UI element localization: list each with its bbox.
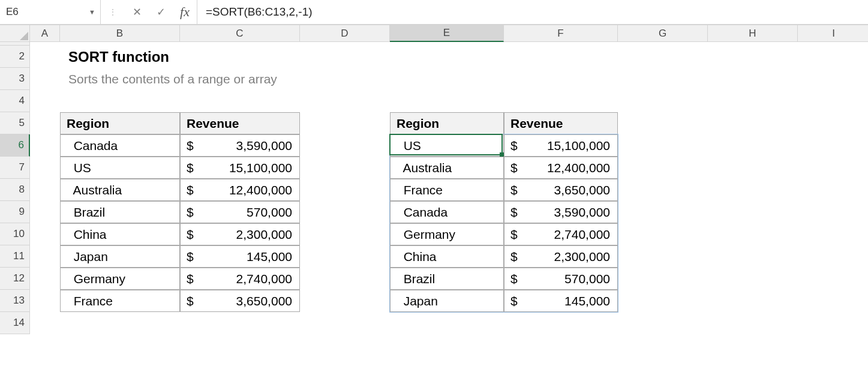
row-header-11[interactable]: 11 (0, 245, 30, 268)
formula-bar-more-icon[interactable]: ⋮ (101, 0, 125, 24)
table2-revenue-7[interactable]: $145,000 (504, 290, 618, 312)
formula-input[interactable]: =SORT(B6:C13,2,-1) (197, 0, 868, 24)
column-header-A[interactable]: A (30, 25, 60, 42)
table2-revenue-0[interactable]: $15,100,000 (504, 134, 618, 157)
row-header-14[interactable]: 14 (0, 312, 30, 334)
table1-region-1[interactable]: US (60, 157, 180, 179)
table2-revenue-2[interactable]: $3,650,000 (504, 179, 618, 201)
table2-revenue-4[interactable]: $2,740,000 (504, 223, 618, 245)
table1-region-5[interactable]: Japan (60, 245, 180, 268)
column-header-D[interactable]: D (300, 25, 390, 42)
table1-header-region[interactable]: Region (60, 112, 180, 134)
row-header-10[interactable]: 10 (0, 223, 30, 245)
table2-region-7[interactable]: Japan (390, 290, 504, 312)
table2-revenue-5[interactable]: $2,300,000 (504, 245, 618, 268)
table1-revenue-0[interactable]: $3,590,000 (180, 134, 300, 157)
table2-header-region[interactable]: Region (390, 112, 504, 134)
spreadsheet-grid: ABCDEFGHI 234567891011121314 SORT functi… (0, 25, 868, 371)
row-header-13[interactable]: 13 (0, 290, 30, 312)
enter-formula-icon[interactable]: ✓ (149, 0, 173, 24)
table1-revenue-5[interactable]: $145,000 (180, 245, 300, 268)
row-header-3[interactable]: 3 (0, 68, 30, 90)
table2-region-6[interactable]: Brazil (390, 268, 504, 290)
insert-function-icon[interactable]: fx (173, 0, 197, 24)
row-header-8[interactable]: 8 (0, 179, 30, 201)
column-header-H[interactable]: H (708, 25, 798, 42)
name-box-dropdown-icon[interactable]: ▼ (89, 8, 95, 16)
row-header-6[interactable]: 6 (0, 134, 30, 157)
cell-title[interactable]: SORT function (60, 46, 390, 68)
table2-region-5[interactable]: China (390, 245, 504, 268)
table2-region-3[interactable]: Canada (390, 201, 504, 223)
table2-revenue-1[interactable]: $12,400,000 (504, 157, 618, 179)
table1-region-3[interactable]: Brazil (60, 201, 180, 223)
column-header-E[interactable]: E (390, 25, 504, 42)
table1-region-7[interactable]: France (60, 290, 180, 312)
column-header-G[interactable]: G (618, 25, 708, 42)
row-header-2[interactable]: 2 (0, 46, 30, 68)
table1-revenue-3[interactable]: $570,000 (180, 201, 300, 223)
column-headers: ABCDEFGHI (30, 25, 868, 42)
cancel-formula-icon[interactable]: ✕ (125, 0, 149, 24)
table2-revenue-6[interactable]: $570,000 (504, 268, 618, 290)
select-all-cells[interactable] (0, 25, 30, 42)
row-header-9[interactable]: 9 (0, 201, 30, 223)
column-header-I[interactable]: I (798, 25, 868, 42)
table1-revenue-2[interactable]: $12,400,000 (180, 179, 300, 201)
row-header-7[interactable]: 7 (0, 157, 30, 179)
table1-region-0[interactable]: Canada (60, 134, 180, 157)
row-header-4[interactable]: 4 (0, 90, 30, 112)
column-header-F[interactable]: F (504, 25, 618, 42)
table2-revenue-3[interactable]: $3,590,000 (504, 201, 618, 223)
name-box[interactable]: E6 ▼ (0, 0, 101, 24)
table2-region-0[interactable]: US (390, 134, 504, 157)
table1-region-6[interactable]: Germany (60, 268, 180, 290)
column-header-B[interactable]: B (60, 25, 180, 42)
column-header-C[interactable]: C (180, 25, 300, 42)
table2-region-4[interactable]: Germany (390, 223, 504, 245)
formula-bar-buttons: ⋮ ✕ ✓ fx (101, 0, 197, 24)
table1-revenue-4[interactable]: $2,300,000 (180, 223, 300, 245)
table1-region-4[interactable]: China (60, 223, 180, 245)
formula-bar: E6 ▼ ⋮ ✕ ✓ fx =SORT(B6:C13,2,-1) (0, 0, 868, 25)
table2-region-2[interactable]: France (390, 179, 504, 201)
row-header-5[interactable]: 5 (0, 112, 30, 134)
table2-region-1[interactable]: Australia (390, 157, 504, 179)
cell-subtitle[interactable]: Sorts the contents of a range or array (60, 68, 504, 90)
table1-region-2[interactable]: Australia (60, 179, 180, 201)
table1-revenue-7[interactable]: $3,650,000 (180, 290, 300, 312)
svg-marker-0 (20, 32, 28, 40)
row-headers: 234567891011121314 (0, 42, 30, 334)
name-box-value: E6 (6, 6, 19, 18)
table2-header-revenue[interactable]: Revenue (504, 112, 618, 134)
row-header-12[interactable]: 12 (0, 268, 30, 290)
table1-revenue-1[interactable]: $15,100,000 (180, 157, 300, 179)
table1-revenue-6[interactable]: $2,740,000 (180, 268, 300, 290)
formula-text: =SORT(B6:C13,2,-1) (206, 5, 313, 19)
table1-header-revenue[interactable]: Revenue (180, 112, 300, 134)
